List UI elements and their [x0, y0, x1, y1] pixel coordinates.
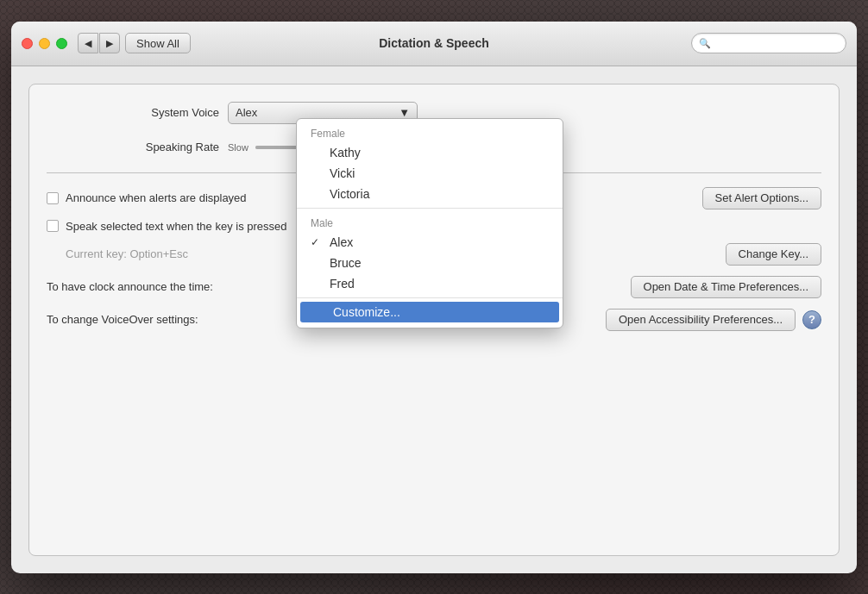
- open-accessibility-button[interactable]: Open Accessibility Preferences...: [606, 309, 796, 331]
- set-alert-button[interactable]: Set Alert Options...: [702, 187, 821, 209]
- dropdown-separator-2: [297, 297, 563, 298]
- dropdown-item-victoria[interactable]: Victoria: [297, 184, 563, 204]
- search-box: 🔍: [691, 33, 846, 53]
- speaking-rate-label: Speaking Rate: [47, 141, 219, 153]
- voice-dropdown-popup: Female Kathy Vicki Victoria Male ✓ Alex: [296, 118, 563, 328]
- dropdown-item-vicki[interactable]: Vicki: [297, 163, 563, 184]
- dropdown-item-kathy[interactable]: Kathy: [297, 142, 563, 163]
- speak-selected-checkbox[interactable]: [47, 220, 59, 232]
- content-area: System Voice Alex ▼ Speaking Rate Slow F…: [11, 66, 857, 573]
- announce-checkbox-label: Announce when alerts are displayed: [66, 191, 247, 204]
- female-group-label: Female: [297, 122, 563, 142]
- dropdown-item-alex[interactable]: ✓ Alex: [297, 232, 563, 253]
- minimize-button[interactable]: [39, 38, 50, 49]
- nav-buttons: ◀ ▶: [78, 33, 120, 53]
- change-key-button[interactable]: Change Key...: [726, 243, 821, 266]
- slider-slow-label: Slow: [228, 142, 248, 153]
- chevron-down-icon: ▼: [399, 106, 410, 119]
- fred-label: Fred: [330, 277, 355, 291]
- bruce-label: Bruce: [330, 256, 362, 270]
- forward-button[interactable]: ▶: [99, 33, 120, 53]
- dropdown-item-customize[interactable]: Customize...: [300, 302, 559, 322]
- kathy-label: Kathy: [330, 146, 361, 159]
- speak-selected-label: Speak selected text when the key is pres…: [66, 220, 287, 233]
- close-button[interactable]: [22, 38, 33, 49]
- dropdown-item-fred[interactable]: Fred: [297, 273, 563, 294]
- dropdown-item-bruce[interactable]: Bruce: [297, 253, 563, 273]
- show-all-button[interactable]: Show All: [125, 33, 191, 53]
- back-button[interactable]: ◀: [78, 33, 98, 53]
- search-icon: 🔍: [699, 38, 711, 49]
- dropdown-separator-1: [297, 208, 563, 209]
- traffic-lights: [22, 38, 67, 49]
- search-input[interactable]: [714, 37, 839, 49]
- announce-checkbox[interactable]: [47, 192, 59, 204]
- main-window: ◀ ▶ Show All Dictation & Speech 🔍 System…: [11, 22, 857, 573]
- voice-dropdown-value: Alex: [236, 106, 257, 119]
- window-title: Dictation & Speech: [379, 36, 489, 50]
- current-key-text: Current key: Option+Esc: [66, 247, 188, 260]
- system-voice-label: System Voice: [47, 106, 219, 119]
- help-button[interactable]: ?: [802, 310, 821, 329]
- maximize-button[interactable]: [56, 38, 67, 49]
- title-bar: ◀ ▶ Show All Dictation & Speech 🔍: [11, 22, 857, 66]
- male-group-label: Male: [297, 212, 563, 232]
- vicki-label: Vicki: [330, 166, 355, 180]
- alex-label: Alex: [330, 235, 353, 249]
- customize-label: Customize...: [333, 305, 400, 319]
- alex-checkmark: ✓: [311, 236, 324, 248]
- victoria-label: Victoria: [330, 187, 369, 201]
- open-datetime-button[interactable]: Open Date & Time Preferences...: [631, 276, 821, 298]
